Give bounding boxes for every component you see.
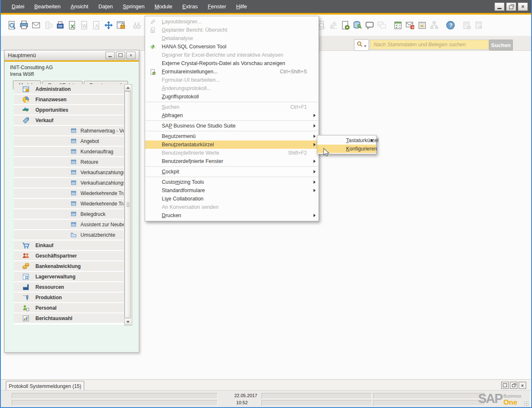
extras-menu-item-cockpit[interactable]: Cockpit <box>145 168 319 176</box>
module-item-personal[interactable]: Personal <box>14 303 124 313</box>
reports-icon <box>22 315 30 322</box>
extras-menu: Layoutdesigner...Geplanter Bericht: Über… <box>145 16 319 221</box>
module-subitem-rahmenvertrag-verkauf[interactable]: Rahmenvertrag - Verkauf <box>14 126 124 135</box>
extras-menu-item-benutzermenü[interactable]: Benutzermenü <box>145 132 319 140</box>
calendar-icon[interactable] <box>416 18 428 32</box>
log-bar: Protokoll Systemmeldungen (15) × <box>1 379 530 390</box>
menubar-item-datei[interactable]: Datei <box>7 0 29 13</box>
form-settings-icon[interactable] <box>339 18 351 32</box>
module-item-label: Geschäftspartner <box>35 253 77 259</box>
lock-screen-icon[interactable] <box>115 18 127 32</box>
menubar-item-ansicht[interactable]: Ansicht <box>65 0 93 13</box>
module-subitem-verkaufsanzahlungsanforderung[interactable]: Verkaufsanzahlungsanforderung <box>14 168 124 177</box>
module-subitem-verkaufsanzahlungsrechnung[interactable]: Verkaufsanzahlungsrechnung <box>14 178 124 188</box>
module-item-bankenabwicklung[interactable]: Bankenabwicklung <box>14 261 124 271</box>
extras-menu-item-zugriffsprotokoll[interactable]: Zugriffsprotokoll <box>145 93 319 101</box>
scroll-down-icon[interactable] <box>125 318 131 325</box>
close-icon[interactable]: × <box>126 52 136 59</box>
maximize-icon[interactable] <box>116 52 125 59</box>
module-subitem-assistent-zur-neuberechnung-des-bruttogew[interactable]: Assistent zur Neuberechnung des Bruttoge… <box>14 220 124 229</box>
company-switch-icon <box>473 18 485 32</box>
extras-menu-item-externe-crystal-reports-datei-als-vorschau-anzeigen[interactable]: Externe Crystal-Reports-Datei als Vorsch… <box>145 59 319 68</box>
form-icon <box>70 148 77 155</box>
module-item-lagerverwaltung[interactable]: Lagerverwaltung <box>14 272 124 281</box>
extras-menu-item-hana-sql-conversion-tool[interactable]: HANA SQL Conversion Tool <box>145 43 319 51</box>
export-excel-icon[interactable]: X <box>66 18 78 32</box>
extras-menu-item-benutzerdefinierte-fenster[interactable]: Benutzerdefinierte Fenster <box>145 157 319 165</box>
menu-item-label: Externe Crystal-Reports-Datei als Vorsch… <box>162 60 310 66</box>
chevron-down-icon <box>364 45 366 47</box>
extras-menu-item-sap-business-one-studio-suite[interactable]: SAP Business One Studio Suite <box>145 122 319 130</box>
form-icon <box>70 159 77 165</box>
menubar-item-bearbeiten[interactable]: Bearbeiten <box>29 0 65 13</box>
query-tools-icon[interactable] <box>351 18 364 32</box>
menubar-item-module[interactable]: Module <box>150 0 178 13</box>
module-subitem-wiederkehrende-transaktion-vorlagen[interactable]: Wiederkehrende Transaktion Vorlagen <box>14 199 124 208</box>
system-messages-log-tab[interactable]: Protokoll Systemmeldungen (15) <box>6 381 84 391</box>
search-button[interactable]: Suchen <box>489 40 513 50</box>
module-subitem-umsatzberichte[interactable]: Umsatzberichte <box>14 230 124 240</box>
extras-menu-item-abfragen[interactable]: Abfragen <box>145 111 319 120</box>
scrollbar-thumb[interactable] <box>125 91 131 318</box>
extras-menu-item-standardformulare[interactable]: Standardformulare <box>145 186 319 195</box>
menubar: DateiBearbeitenAnsichtDatenSpringenModul… <box>0 0 532 13</box>
close-icon[interactable]: × <box>519 382 526 389</box>
minimize-icon[interactable] <box>105 52 115 59</box>
search-type-button[interactable] <box>354 39 369 51</box>
print-preview-icon[interactable] <box>6 18 18 32</box>
extras-menu-item-layoutdesigner: Layoutdesigner... <box>145 18 319 26</box>
extras-menu-item-formulareinstellungen[interactable]: Formulareinstellungen...Ctrl+Shift+S <box>145 68 319 76</box>
messages-icon[interactable] <box>364 18 376 32</box>
module-list: AdministrationFinanzwesenOpportunitiesVe… <box>14 84 124 325</box>
scrollbar[interactable] <box>124 84 132 325</box>
menubar-item-fenster[interactable]: Fenster <box>203 0 231 13</box>
module-item-finanzwesen[interactable]: Finanzwesen <box>14 95 124 104</box>
menu-item-label: Abfragen <box>162 113 310 118</box>
menubar-item-daten[interactable]: Daten <box>93 0 118 13</box>
menubar-item-springen[interactable]: Springen <box>118 0 150 13</box>
module-subitem-retoure[interactable]: Retoure <box>14 157 124 167</box>
scroll-up-icon[interactable] <box>125 85 131 91</box>
module-item-berichtauswahl[interactable]: Berichtauswahl <box>14 313 124 323</box>
module-subitem-belegdruck[interactable]: Belegdruck <box>14 209 124 219</box>
mail-report-icon[interactable]: S <box>404 18 416 32</box>
form-icon <box>70 169 77 175</box>
minimize-icon[interactable] <box>494 3 504 11</box>
restore-icon[interactable] <box>510 382 517 389</box>
menubar-item-hilfe[interactable]: Hilfe <box>231 0 252 13</box>
module-subitem-wiederkehrende-transaktionen[interactable]: Wiederkehrende Transaktionen <box>14 188 124 198</box>
resize-grip[interactable] <box>524 401 529 406</box>
module-item-produktion[interactable]: Produktion <box>14 293 124 302</box>
task-list-icon[interactable] <box>392 18 404 32</box>
module-item-verkauf[interactable]: Verkauf <box>14 115 124 125</box>
main-menu-titlebar[interactable]: Hauptmenü × <box>5 50 139 60</box>
menubar-item-extras[interactable]: Extras <box>177 0 203 13</box>
menu-item-label: Formulareinstellungen... <box>162 69 280 75</box>
fax-icon[interactable] <box>54 18 66 32</box>
email-icon <box>31 20 41 30</box>
close-icon[interactable]: × <box>518 3 528 11</box>
form-icon <box>70 211 77 217</box>
extras-menu-item-customizing-tools[interactable]: Customizing Tools <box>145 178 319 186</box>
restore-icon[interactable] <box>506 3 516 11</box>
analysis-icon <box>329 20 338 30</box>
email-icon[interactable] <box>30 18 42 32</box>
print-icon[interactable] <box>18 18 30 32</box>
module-item-ressourcen[interactable]: Ressourcen <box>14 282 124 292</box>
global-search-input[interactable] <box>370 40 489 50</box>
help-icon[interactable]: ? <box>444 18 457 32</box>
module-subitem-kundenauftrag[interactable]: Kundenauftrag <box>14 147 124 156</box>
navigate-icon[interactable] <box>103 18 115 32</box>
module-item-administration[interactable]: Administration <box>14 84 124 94</box>
module-item-geschäftspartner[interactable]: Geschäftspartner <box>14 251 124 260</box>
submenu-item-tastaturkürzel[interactable]: Tastaturkürzel <box>317 136 376 145</box>
extras-menu-item-benutzertastaturkürzel[interactable]: Benutzertastaturkürzel <box>145 140 319 149</box>
maximize-icon[interactable] <box>501 382 509 389</box>
export-pdf-icon: A <box>92 20 101 30</box>
module-item-einkauf[interactable]: Einkauf <box>14 240 124 250</box>
extras-menu-item-drucken[interactable]: Drucken <box>145 211 319 220</box>
module-item-opportunities[interactable]: Opportunities <box>14 105 124 115</box>
module-subitem-angebot[interactable]: Angebot <box>14 136 124 146</box>
extras-menu-item-live-collaboration[interactable]: Live Collaboration <box>145 195 319 203</box>
opportunities-icon <box>22 106 30 114</box>
